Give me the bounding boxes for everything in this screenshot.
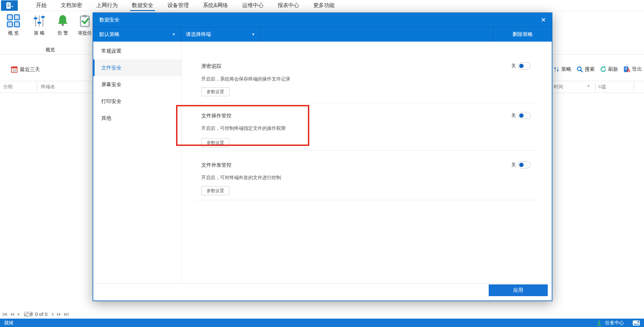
section-divider [195,150,537,151]
menu-item-device-mgmt[interactable]: 设备管理 [160,0,196,11]
task-center-button[interactable]: 任务中心 [605,320,624,326]
leak-trace-toggle[interactable]: 关 [511,62,531,69]
sidebar-item-general[interactable]: 常规设置 [93,43,181,59]
hamburger-list-icon [5,2,14,10]
column-divider [37,82,37,91]
section-title-leak-trace: 泄密追踪 [201,63,221,69]
overview-grid-icon [7,14,20,28]
list-toolbar: 策略 搜索 刷新 导出 [554,66,642,72]
ribbon-button-overview[interactable]: 概 览 [2,14,25,36]
calendar-day: 23 [12,69,17,72]
toggle-switch[interactable] [518,62,531,69]
toggle-switch[interactable] [518,161,531,168]
toggle-off-label: 关 [511,162,516,168]
prev-page-icon[interactable] [17,313,19,316]
toggle-knob [519,163,524,167]
next-page-icon[interactable] [52,313,54,316]
toolbar-refresh-button[interactable]: 刷新 [600,66,618,72]
sidebar-item-other[interactable]: 其他 [93,110,181,126]
calendar-icon: 23 [11,66,17,73]
toolbar-label: 刷新 [608,66,618,72]
last-page-icon[interactable] [64,313,68,316]
dialog-title-bar: 数据安全 × [93,13,552,27]
param-settings-button-file-outgoing[interactable]: 参数设置 [201,186,229,195]
toggle-knob [519,113,524,118]
ribbon-label: 概 览 [2,30,25,36]
dialog-selector-bar: 默认策略 ▼ 请选择终端 ▼ 删除策略 [93,27,552,42]
next-group-icon[interactable] [57,313,61,316]
menu-item-more[interactable]: 更多功能 [306,0,342,11]
toggle-off-label: 关 [511,63,516,69]
approval-clipboard-icon [78,14,92,28]
date-range-filter[interactable]: 23 最近三天 [11,66,40,73]
ribbon-button-alert[interactable]: 告 警 [51,14,74,36]
dialog-content: 泄密追踪 关 开启后，系统将会保存终端的操作文件记录 参数设置 文件操作管控 关… [182,42,552,283]
alert-bell-icon [56,14,69,28]
policy-sliders-icon [33,14,46,28]
record-pager: 记录 0 of 0 [3,311,68,318]
column-header-usb[interactable]: U盘 [598,84,606,90]
selector-bar-spacer [260,27,493,42]
menu-item-report-center[interactable]: 报表中心 [271,0,306,11]
param-settings-button-leak-trace[interactable]: 参数设置 [201,87,229,96]
menu-item-web-behavior[interactable]: 上网行为 [89,0,125,11]
sidebar-item-screen-security[interactable]: 屏幕安全 [93,76,181,93]
date-range-label: 最近三天 [20,66,40,73]
download-icon [596,320,602,326]
menu-item-data-security[interactable]: 数据安全 [125,0,160,11]
chevron-down-icon[interactable]: ▼ [587,85,590,88]
column-divider [595,82,596,91]
first-page-icon[interactable] [3,313,7,316]
toggle-switch[interactable] [518,112,531,119]
section-title-file-operation: 文件操作管控 [201,113,231,119]
column-header-time[interactable]: 时间 [554,84,563,90]
app-window: 开始 文档加密 上网行为 数据安全 设备管理 系统&网络 运维中心 报表中心 更… [0,0,644,327]
apply-button[interactable]: 应用 [489,284,548,296]
sidebar-item-print-security[interactable]: 打印安全 [93,93,181,110]
sidebar-item-file-security[interactable]: 文件安全 [93,59,181,76]
refresh-icon [600,66,606,72]
menu-item-system-network[interactable]: 系统&网络 [196,0,235,11]
app-menu-button[interactable] [1,0,18,11]
section-title-file-outgoing: 文件外发管控 [201,162,231,168]
toggle-off-label: 关 [511,113,516,119]
toolbar-label: 搜索 [585,66,595,72]
toolbar-label: 策略 [561,66,571,72]
record-count-label: 记录 0 of 0 [23,311,48,318]
chevron-down-icon: ▼ [252,33,255,36]
column-header-group[interactable]: 分组 [3,84,13,90]
file-outgoing-toggle[interactable]: 关 [511,161,531,168]
terminal-dropdown[interactable]: 请选择终端 ▼ [181,27,260,42]
param-settings-button-file-operation[interactable]: 参数设置 [201,138,229,147]
ribbon-label: 策 略 [28,30,51,36]
section-description: 开启后，可对终端外发的文件进行控制 [201,175,281,181]
section-description: 开启后，系统将会保存终端的操作文件记录 [201,76,290,82]
dialog-sidebar: 常规设置 文件安全 屏幕安全 打印安全 其他 [93,42,182,283]
policy-dropdown[interactable]: 默认策略 ▼ [93,27,181,42]
search-icon [577,66,583,72]
delete-policy-button[interactable]: 删除策略 [493,27,552,42]
menu-item-ops-center[interactable]: 运维中心 [235,0,271,11]
menu-item-doc-encrypt[interactable]: 文档加密 [54,0,89,11]
main-menu: 开始 文档加密 上网行为 数据安全 设备管理 系统&网络 运维中心 报表中心 更… [29,0,342,11]
toolbar-export-button[interactable]: 导出 [624,66,642,72]
column-divider [634,82,634,91]
toolbar-search-button[interactable]: 搜索 [577,66,595,72]
export-icon [624,66,630,72]
menu-item-start[interactable]: 开始 [29,0,54,11]
prev-group-icon[interactable] [10,313,14,316]
toolbar-label: 导出 [632,66,642,72]
task-window-icon[interactable] [633,320,640,326]
toolbar-policy-button[interactable]: 策略 [554,66,571,72]
file-operation-toggle[interactable]: 关 [511,112,531,119]
column-header-terminal[interactable]: 终端名 [41,84,55,90]
delete-policy-label: 删除策略 [513,31,533,38]
toggle-knob [519,64,524,68]
ribbon-button-policy[interactable]: 策 略 [28,14,51,36]
close-icon[interactable]: × [541,16,546,24]
dialog-title: 数据安全 [99,17,119,23]
section-divider [195,200,537,200]
dialog-footer: 应用 [93,283,552,301]
ribbon-label: 告 警 [51,30,74,36]
terminal-dropdown-placeholder: 请选择终端 [186,31,211,38]
